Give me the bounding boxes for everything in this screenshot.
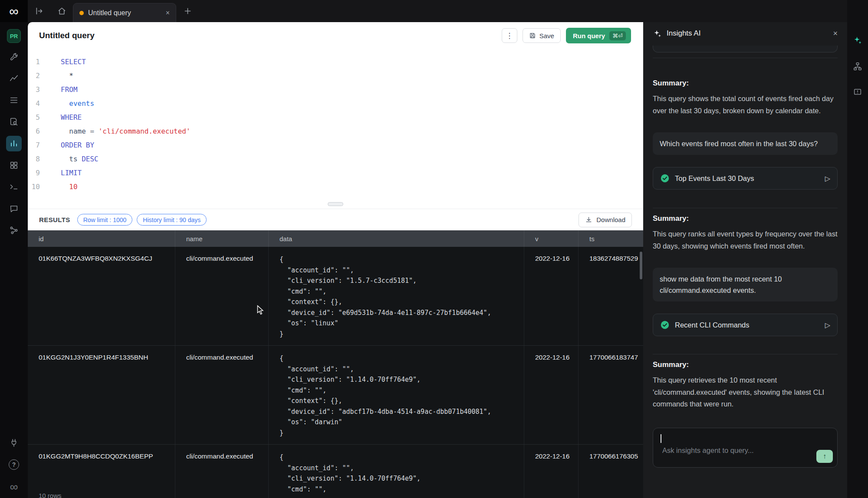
run-query-label: Run query (573, 32, 605, 39)
sql-token: SELECT (61, 58, 86, 66)
summary-text: This query ranks all event types by freq… (653, 228, 838, 252)
code-line: 4 events (28, 97, 643, 111)
table-row[interactable]: 01KGG2MT9H8H8CCDQ0ZK16BEPP cli/command.e… (28, 445, 643, 498)
sql-token: ORDER BY (61, 141, 94, 149)
code-line: 7ORDER BY (28, 138, 643, 152)
save-button[interactable]: Save (523, 28, 561, 43)
cell-id: 01KGG2MT9H8H8CCDQ0ZK16BEPP (28, 445, 175, 498)
sql-token (78, 155, 82, 163)
insights-title: Insights AI (667, 29, 828, 38)
tab-untitled-query[interactable]: Untitled query × (73, 3, 176, 22)
sidebar-item-integrations[interactable] (6, 435, 22, 451)
app-logo: ∞ (0, 0, 28, 22)
splitter-handle[interactable] (328, 202, 343, 206)
query-result-card[interactable]: Recent CLI Commands ▷ (653, 314, 838, 336)
check-circle-icon (660, 320, 670, 330)
ask-agent-input[interactable] (653, 428, 837, 467)
table-row[interactable]: 01K66TQNZA3WFBQ8XN2KXSG4CJ cli/command.e… (28, 247, 643, 346)
results-toolbar: RESULTS Row limit : 1000 History limit :… (28, 209, 643, 230)
sidebar-item-query[interactable] (6, 136, 22, 151)
results-table-header: id name data v ts (28, 230, 643, 247)
column-header-v[interactable]: v (524, 230, 579, 247)
play-icon[interactable]: ▷ (825, 321, 830, 329)
run-query-button[interactable]: Run query ⌘⏎ (566, 28, 631, 43)
rail-item-insights-ai[interactable] (853, 36, 862, 47)
cell-data: { "account_id": "", "cli_version": "1.5.… (269, 247, 524, 345)
column-header-name[interactable]: name (175, 230, 269, 247)
card-title: Recent CLI Commands (675, 321, 820, 329)
sidebar-item-pipelines[interactable] (6, 223, 22, 238)
line-chart-icon (9, 74, 19, 83)
cell-v: 2022-12-16 (524, 445, 579, 498)
sql-token (61, 99, 69, 108)
sidebar-item-tools[interactable] (6, 49, 22, 65)
user-question: show me data from the most recent 10 cli… (653, 268, 838, 301)
sql-token (61, 183, 69, 191)
sql-token: ts (69, 155, 77, 163)
cell-id: 01K66TQNZA3WFBQ8XN2KXSG4CJ (28, 247, 175, 345)
save-label: Save (539, 32, 554, 39)
panel-expand-icon (35, 7, 44, 16)
home-button[interactable] (50, 0, 73, 22)
sql-editor[interactable]: 1SELECT 2 * 3FROM 4 events 5WHERE 6 name… (28, 49, 643, 199)
sidebar-item-help[interactable]: ? (6, 457, 22, 472)
row-limit-badge[interactable]: Row limit : 1000 (77, 214, 133, 226)
column-header-data[interactable]: data (269, 230, 524, 247)
tab-close-icon[interactable]: × (166, 9, 170, 17)
more-options-button[interactable]: ⋮ (502, 28, 517, 43)
workflow-icon (9, 226, 19, 235)
editor-results-splitter (28, 199, 643, 209)
divider (653, 208, 838, 208)
summary-label: Summary: (653, 79, 838, 88)
rail-item-feedback[interactable] (853, 88, 862, 99)
toggle-sidebar-button[interactable] (28, 0, 50, 22)
download-icon (585, 216, 592, 223)
project-badge[interactable]: PR (7, 29, 21, 43)
column-header-id[interactable]: id (28, 230, 175, 247)
sidebar-item-data-explorer[interactable] (6, 114, 22, 130)
table-row[interactable]: 01KGG2N1J3Y0ENP1R4F1335BNH cli/command.e… (28, 346, 643, 445)
divider (653, 58, 838, 58)
code-line: 10 10 (28, 180, 643, 194)
line-number: 6 (28, 124, 50, 138)
insights-header: Insights AI × (643, 22, 847, 45)
bar-chart-icon (9, 139, 19, 148)
line-number: 2 (28, 69, 50, 83)
sidebar-item-apps[interactable] (6, 157, 22, 173)
query-result-card[interactable]: Top Events Last 30 Days ▷ (653, 167, 838, 190)
ai-sparkle-icon (653, 29, 662, 38)
table-scrollbar[interactable] (640, 252, 642, 279)
sql-token (61, 155, 69, 163)
query-workspace: Untitled query ⋮ Save Run query ⌘⏎ 1SELE… (28, 22, 643, 498)
query-header: Untitled query ⋮ Save Run query ⌘⏎ (28, 22, 643, 49)
cell-v: 2022-12-16 (524, 346, 579, 444)
rail-item-schema[interactable] (853, 62, 862, 73)
cell-data: { "account_id": "", "cli_version": "1.14… (269, 346, 524, 444)
sidebar-item-console[interactable] (6, 179, 22, 195)
history-limit-badge[interactable]: History limit : 90 days (137, 214, 207, 226)
text-caret (661, 434, 661, 443)
sidebar-item-rows[interactable] (6, 92, 22, 108)
file-search-icon (9, 117, 19, 127)
sql-token: DESC (82, 155, 99, 163)
summary-label: Summary: (653, 214, 838, 223)
sql-token: name (69, 127, 86, 135)
scrolled-card-edge (653, 46, 838, 52)
results-label: RESULTS (39, 216, 70, 223)
insights-ai-panel: Insights AI × Summary: This query shows … (643, 22, 847, 498)
play-icon[interactable]: ▷ (825, 174, 830, 183)
close-panel-icon[interactable]: × (833, 29, 838, 38)
row-count-status: 10 rows (39, 492, 62, 498)
tab-bar: Untitled query × (28, 0, 847, 22)
download-button[interactable]: Download (579, 213, 632, 227)
results-table-body: 01K66TQNZA3WFBQ8XN2KXSG4CJ cli/command.e… (28, 247, 643, 498)
sidebar-item-chat[interactable] (6, 201, 22, 216)
feedback-icon (853, 88, 862, 97)
line-number: 7 (28, 138, 50, 152)
infinity-logo-icon: ∞ (9, 4, 18, 19)
code-line: 5WHERE (28, 111, 643, 124)
sidebar-item-metrics[interactable] (6, 71, 22, 86)
new-tab-button[interactable] (176, 0, 199, 22)
column-header-ts[interactable]: ts (579, 230, 643, 247)
send-button[interactable]: ↑ (816, 450, 833, 463)
